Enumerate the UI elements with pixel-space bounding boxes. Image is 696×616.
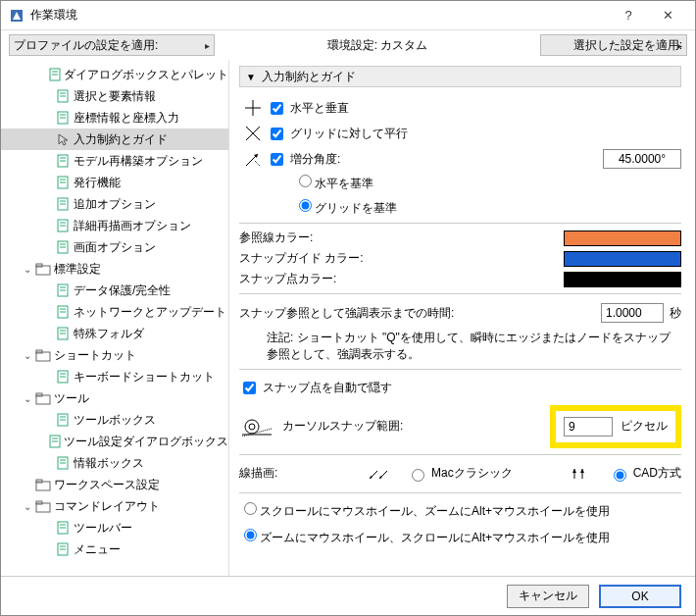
tree-item-label: 画面オプション: [74, 239, 156, 256]
snap-guide-color-label: スナップガイド カラー:: [239, 250, 406, 267]
tree-item-label: ダイアログボックスとパレット: [64, 67, 228, 83]
base-horizontal-radio[interactable]: 水平を基準: [294, 172, 681, 192]
tree-item-icon: [54, 520, 72, 536]
triangle-down-icon: ▼: [246, 72, 256, 82]
tree-item-label: 詳細再描画オプション: [74, 218, 191, 234]
tree-item[interactable]: 選択と要素情報: [1, 85, 228, 107]
snap-point-color-label: スナップ点カラー:: [239, 271, 406, 287]
tree-item-icon: [54, 110, 72, 126]
svg-line-68: [255, 161, 260, 166]
tree-item[interactable]: 情報ボックス: [1, 452, 228, 474]
close-button[interactable]: ✕: [648, 2, 687, 29]
tree-item-icon: [54, 175, 72, 190]
ok-button[interactable]: OK: [599, 585, 681, 608]
tree-item[interactable]: モデル再構築オプション: [1, 150, 228, 172]
tree-item-icon: [54, 304, 72, 320]
mac-classic-radio[interactable]: Macクラシック: [407, 465, 513, 482]
snap-guide-color-swatch[interactable]: [564, 251, 681, 267]
chevron-right-icon: ▸: [677, 40, 682, 51]
tree-item[interactable]: ツール設定ダイアログボックス: [1, 431, 228, 452]
chevron-down-icon[interactable]: ⌄: [21, 350, 34, 361]
cancel-button[interactable]: キャンセル: [507, 585, 589, 608]
svg-marker-80: [580, 469, 584, 473]
tree-item[interactable]: ツールバー: [1, 517, 228, 539]
tree-item[interactable]: 特殊フォルダ: [1, 323, 228, 344]
content-panel: ▼ 入力制約とガイド 水平と垂直 グリッドに対して平行 増分角度: 水平を基準 …: [229, 60, 695, 576]
tree-item-label: 選択と要素情報: [74, 88, 156, 105]
svg-point-69: [245, 420, 259, 434]
tree-item-icon: [34, 498, 52, 514]
tree-item[interactable]: 座標情報と座標入力: [1, 107, 228, 128]
tree-item-label: ネットワークとアップデート: [74, 304, 226, 321]
snap-point-color-swatch[interactable]: [564, 272, 681, 287]
auto-hide-snap-checkbox[interactable]: スナップ点を自動で隠す: [239, 379, 392, 397]
cursor-snap-range-field[interactable]: [564, 417, 613, 436]
env-settings-label: 環境設定: カスタム: [221, 37, 534, 54]
tree-item-icon: [54, 153, 72, 169]
section-title: 入力制約とガイド: [262, 69, 356, 85]
tree-item-icon: [54, 218, 72, 233]
apply-selected-label: 選択した設定を適用:: [573, 37, 682, 54]
section-header[interactable]: ▼ 入力制約とガイド: [239, 66, 681, 87]
help-button[interactable]: ?: [609, 2, 648, 29]
tree-item-icon: [54, 239, 72, 255]
tree-item[interactable]: 追加オプション: [1, 193, 228, 215]
tree-item-label: ツールボックス: [74, 412, 156, 429]
base-grid-radio[interactable]: グリッドを基準: [294, 196, 681, 217]
chevron-down-icon[interactable]: ⌄: [21, 393, 34, 404]
settings-tree[interactable]: ダイアログボックスとパレット選択と要素情報座標情報と座標入力入力制約とガイドモデ…: [1, 60, 229, 576]
tree-item[interactable]: ワークスペース設定: [1, 474, 228, 495]
tree-item[interactable]: ダイアログボックスとパレット: [1, 64, 228, 85]
increment-angle-checkbox[interactable]: 増分角度:: [267, 150, 340, 169]
tree-item-label: ワークスペース設定: [54, 477, 160, 493]
cad-style-icon: [570, 466, 595, 482]
mac-classic-icon: [368, 466, 393, 482]
tree-item-label: キーボードショートカット: [74, 369, 215, 385]
tree-item-label: 情報ボックス: [74, 455, 144, 472]
tree-item[interactable]: ⌄ショートカット: [1, 344, 228, 366]
tree-item[interactable]: キーボードショートカット: [1, 366, 228, 387]
tree-item[interactable]: ⌄ツール: [1, 387, 228, 409]
ref-color-swatch[interactable]: [564, 231, 681, 246]
profile-apply-combo[interactable]: プロファイルの設定を適用: ▸: [9, 34, 215, 56]
scroll-wheel-radio[interactable]: スクロールにマウスホイール、ズームにAlt+マウスホイールを使用: [239, 499, 681, 520]
window-title: 作業環境: [30, 7, 609, 24]
tree-item[interactable]: ネットワークとアップデート: [1, 301, 228, 323]
tree-item-label: ツール設定ダイアログボックス: [64, 434, 228, 450]
chevron-down-icon[interactable]: ⌄: [21, 501, 34, 512]
cursor-snap-range-label: カーソルスナップ範囲:: [282, 418, 403, 435]
tree-item-icon: [54, 282, 72, 298]
cross-icon: [239, 124, 267, 143]
tree-item-label: 特殊フォルダ: [74, 326, 144, 342]
horiz-vert-checkbox[interactable]: 水平と垂直: [267, 99, 349, 118]
tree-item-icon: [54, 196, 72, 212]
snap-time-field[interactable]: [601, 303, 664, 323]
profile-apply-label: プロファイルの設定を適用:: [14, 37, 158, 54]
tree-item[interactable]: メニュー: [1, 539, 228, 560]
tree-item-label: コマンドレイアウト: [54, 498, 160, 515]
tree-item[interactable]: ⌄標準設定: [1, 258, 228, 280]
cad-style-radio[interactable]: CAD方式: [609, 465, 681, 482]
shortcut-note: 注記: ショートカット "Q"を使用して、瞬時にエッジまたはノードをスナップ参照…: [267, 330, 681, 363]
tree-item[interactable]: 詳細再描画オプション: [1, 215, 228, 236]
tree-item-icon: [54, 131, 72, 147]
tree-item-icon: [54, 412, 72, 428]
chevron-down-icon[interactable]: ⌄: [21, 264, 34, 275]
tree-item[interactable]: 発行機能: [1, 172, 228, 193]
tree-item[interactable]: 画面オプション: [1, 236, 228, 258]
tree-item-label: 追加オプション: [74, 196, 156, 213]
tree-item-icon: [54, 326, 72, 341]
tree-item-icon: [48, 434, 62, 449]
grid-parallel-checkbox[interactable]: グリッドに対して平行: [267, 125, 408, 143]
tree-item-label: 座標情報と座標入力: [74, 110, 179, 127]
apply-selected-combo[interactable]: 選択した設定を適用: ▸: [540, 34, 687, 56]
tree-item-label: メニュー: [74, 541, 121, 558]
tree-item[interactable]: データ保護/完全性: [1, 280, 228, 301]
topbar: プロファイルの設定を適用: ▸ 環境設定: カスタム 選択した設定を適用: ▸: [1, 30, 695, 60]
tree-item[interactable]: 入力制約とガイド: [1, 128, 228, 150]
tree-item[interactable]: ツールボックス: [1, 409, 228, 431]
increment-angle-field[interactable]: [603, 149, 681, 169]
tree-item[interactable]: ⌄コマンドレイアウト: [1, 495, 228, 517]
zoom-wheel-radio[interactable]: ズームにマウスホイール、スクロールにAlt+マウスホイールを使用: [239, 526, 681, 546]
tree-item-icon: [34, 347, 52, 363]
